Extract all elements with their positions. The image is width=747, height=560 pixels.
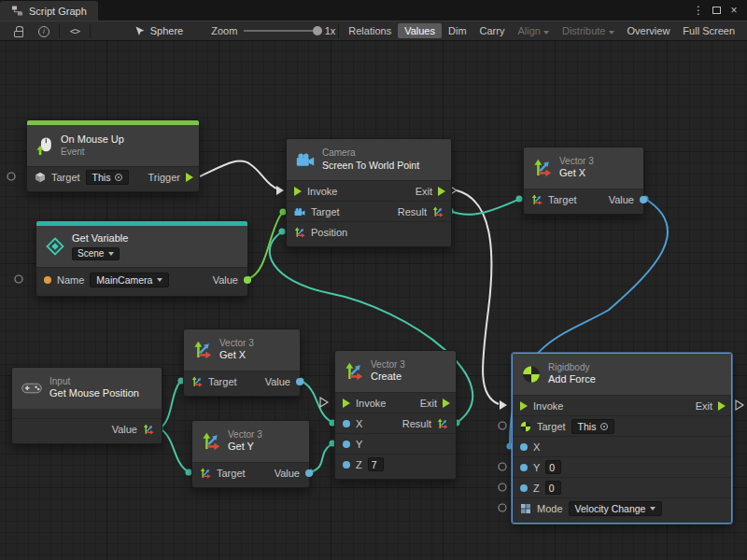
rigidbody-icon (522, 365, 541, 384)
graph-owner-breadcrumb[interactable]: Sphere (134, 25, 183, 36)
node-header[interactable]: Get Variable Scene (36, 226, 247, 267)
port-row-name-value[interactable]: Name MainCamera Value (36, 267, 247, 291)
node-header[interactable]: Camera Screen To World Point (287, 139, 451, 180)
distribute-button[interactable]: Distribute (556, 23, 621, 38)
y-label: Y (533, 462, 540, 473)
this-object-field[interactable]: This (86, 170, 130, 185)
object-picker-icon[interactable] (600, 423, 608, 430)
vector3-icon[interactable] (191, 376, 203, 387)
carry-button[interactable]: Carry (473, 23, 512, 38)
vector3-icon[interactable] (432, 206, 444, 217)
node-header[interactable]: Vector 3 Create (335, 351, 456, 392)
port-row-mode[interactable]: Mode Velocity Change (513, 497, 731, 518)
node-header[interactable]: Vector 3 Get Y (192, 421, 309, 462)
values-button[interactable]: Values (398, 23, 442, 38)
zoom-slider-track[interactable] (244, 30, 317, 32)
port-row-value[interactable]: Value (12, 418, 162, 439)
tab-script-graph[interactable]: Script Graph (0, 1, 98, 21)
this-value: This (92, 172, 111, 183)
port-row-position[interactable]: Position (287, 221, 451, 242)
close-icon[interactable]: × (726, 1, 741, 20)
this-object-field[interactable]: This (571, 419, 615, 434)
flow-out-arrow[interactable] (186, 173, 193, 182)
node-get-mouse-position[interactable]: Input Get Mouse Position Value (11, 367, 162, 444)
name-port-dot[interactable] (44, 276, 51, 284)
z-port-dot[interactable] (520, 484, 528, 492)
lock-button[interactable] (6, 21, 32, 41)
vector3-icon[interactable] (294, 227, 305, 238)
flow-out-arrow[interactable] (718, 401, 726, 411)
x-port-dot[interactable] (343, 420, 350, 427)
value-port-dot[interactable] (296, 378, 303, 385)
y-value-input[interactable] (545, 460, 561, 474)
mode-dropdown[interactable]: Velocity Change (569, 501, 663, 516)
port-row-z[interactable]: Z (513, 477, 731, 497)
exit-label: Exit (696, 400, 712, 412)
node-get-x-right[interactable]: Vector 3 Get X Target Value (523, 147, 644, 215)
port-row-y[interactable]: Y (513, 456, 731, 477)
fullscreen-button[interactable]: Full Screen (676, 23, 741, 38)
relations-button[interactable]: Relations (342, 23, 398, 38)
node-on-mouse-up[interactable]: On Mouse Up Event Target This Trigger (26, 119, 200, 192)
port-row-invoke-exit[interactable]: Invoke Exit (287, 180, 451, 201)
tab-title: Script Graph (29, 6, 87, 17)
flow-out-arrow[interactable] (438, 187, 445, 196)
flow-in-arrow[interactable] (520, 401, 528, 411)
value-port-dot[interactable] (305, 469, 313, 477)
y-port-dot[interactable] (520, 464, 528, 471)
x-port-dot[interactable] (520, 443, 528, 451)
port-row-target[interactable]: Target This (513, 415, 731, 436)
info-button[interactable]: i (32, 22, 56, 39)
port-row-target-result[interactable]: Target Result (287, 201, 451, 221)
node-header[interactable]: Rigidbody Add Force (513, 354, 731, 395)
menu-icon[interactable]: ⋮ (691, 1, 706, 20)
node-screen-to-world-point[interactable]: Camera Screen To World Point Invoke Exit… (286, 138, 452, 247)
port-row-y[interactable]: Y (335, 433, 456, 454)
flow-in-arrow[interactable] (294, 187, 302, 196)
port-row-x-result[interactable]: X Result (335, 413, 456, 433)
z-value-input[interactable] (545, 481, 561, 495)
port-row-target-value[interactable]: Target Value (524, 189, 643, 209)
dim-button[interactable]: Dim (442, 23, 473, 38)
node-get-variable[interactable]: Get Variable Scene Name MainCamera Value (35, 220, 248, 297)
position-label: Position (311, 227, 347, 238)
window-controls: ⋮ × (691, 0, 747, 21)
vector3-icon[interactable] (531, 194, 543, 205)
variable-name-dropdown[interactable]: MainCamera (90, 273, 169, 287)
zoom-slider[interactable] (244, 25, 317, 36)
z-port-dot[interactable] (343, 461, 350, 469)
port-row-target-value[interactable]: Target Value (192, 462, 309, 483)
vector3-icon[interactable] (143, 424, 154, 435)
distribute-label: Distribute (562, 25, 605, 36)
object-picker-icon[interactable] (115, 174, 122, 181)
maximize-icon[interactable] (709, 1, 724, 20)
flow-out-arrow[interactable] (443, 399, 450, 408)
zoom-slider-handle[interactable] (313, 26, 322, 35)
node-header[interactable]: Vector 3 Get X (524, 147, 643, 189)
node-titles: Get Variable Scene (72, 232, 128, 260)
node-header[interactable]: On Mouse Up Event (27, 125, 199, 166)
y-port-dot[interactable] (343, 441, 350, 448)
vector3-icon[interactable] (200, 468, 211, 479)
code-preview-button[interactable]: <> (63, 26, 87, 36)
node-get-x[interactable]: Vector 3 Get X Target Value (183, 329, 301, 397)
value-port-dot[interactable] (640, 196, 647, 203)
port-row-target-value[interactable]: Target Value (184, 371, 300, 391)
z-value-input[interactable] (368, 457, 384, 471)
port-row-invoke-exit[interactable]: Invoke Exit (335, 392, 456, 413)
overview-button[interactable]: Overview (621, 23, 677, 38)
node-header[interactable]: Input Get Mouse Position (12, 368, 162, 409)
node-vector3-create[interactable]: Vector 3 Create Invoke Exit X Result (334, 350, 457, 480)
port-row-target-trigger[interactable]: Target This Trigger (27, 166, 199, 187)
port-row-x[interactable]: X (513, 436, 731, 456)
value-port-dot[interactable] (244, 276, 251, 284)
node-add-force[interactable]: Rigidbody Add Force Invoke Exit Target T… (512, 353, 732, 524)
variable-scope-dropdown[interactable]: Scene (72, 247, 120, 261)
flow-in-arrow[interactable] (343, 399, 350, 408)
node-header[interactable]: Vector 3 Get X (184, 329, 300, 371)
port-row-z[interactable]: Z (335, 454, 456, 474)
node-get-y[interactable]: Vector 3 Get Y Target Value (191, 420, 310, 488)
vector3-icon[interactable] (437, 418, 448, 429)
port-row-invoke-exit[interactable]: Invoke Exit (513, 395, 731, 415)
align-button[interactable]: Align (511, 23, 556, 38)
